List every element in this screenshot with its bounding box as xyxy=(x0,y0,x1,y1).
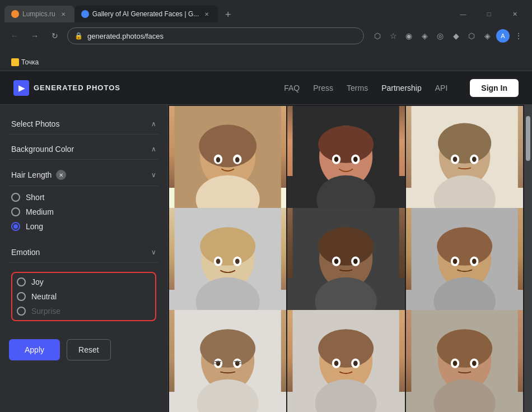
photo-cell-8[interactable] xyxy=(287,310,404,412)
hair-length-short-label: Short xyxy=(26,193,44,202)
extension-icon1[interactable]: ◉ xyxy=(402,29,416,43)
svg-point-42 xyxy=(437,227,492,266)
hair-length-medium[interactable]: Medium xyxy=(11,207,156,216)
hair-length-title-group: Hair Length ✕ xyxy=(11,170,66,180)
face-svg-3 xyxy=(406,106,523,223)
refresh-button[interactable]: ↻ xyxy=(47,28,63,44)
tab-bar: Lumpics.ru ✕ Gallery of AI Generated Fac… xyxy=(0,0,532,22)
scrollbar[interactable] xyxy=(524,105,532,412)
scrollbar-thumb[interactable] xyxy=(526,116,530,161)
bg-color-header[interactable]: Background Color ∧ xyxy=(9,139,158,160)
tab-lumpics[interactable]: Lumpics.ru ✕ xyxy=(4,6,74,22)
svg-point-37 xyxy=(334,258,339,264)
photo-cell-1[interactable] xyxy=(169,106,286,223)
minimize-button[interactable]: — xyxy=(450,6,476,22)
svg-point-5 xyxy=(216,157,221,163)
extension-icon3[interactable]: ◎ xyxy=(433,29,447,43)
photo-cell-5[interactable] xyxy=(287,208,404,325)
emotion-header[interactable]: Emotion ∨ xyxy=(9,242,158,263)
face-svg-9 xyxy=(406,310,523,412)
select-photos-header[interactable]: Select Photos ∧ xyxy=(9,114,158,135)
bookmark-label: Точка xyxy=(21,58,39,66)
profile-icon[interactable]: A xyxy=(496,29,510,43)
reset-button[interactable]: Reset xyxy=(67,339,111,360)
extension-icon2[interactable]: ◈ xyxy=(418,29,431,43)
extension-icon6[interactable]: ◈ xyxy=(480,29,494,43)
face-svg-1 xyxy=(169,106,286,223)
photo-cell-6[interactable] xyxy=(406,208,523,325)
svg-point-34 xyxy=(319,227,374,266)
emotion-surprise-label: Surprise xyxy=(31,307,60,316)
sidebar-section-emotion: Emotion ∨ Joy xyxy=(9,242,158,328)
photo-cell-9[interactable] xyxy=(406,310,523,412)
face-svg-7 xyxy=(169,310,286,412)
svg-point-74 xyxy=(472,360,477,366)
tab-generated-photos[interactable]: Gallery of AI Generated Faces | G... ✕ xyxy=(74,6,218,22)
extension-icon5[interactable]: ⬡ xyxy=(465,29,478,43)
emotion-chevron: ∨ xyxy=(151,248,156,256)
forward-button[interactable]: → xyxy=(27,28,43,44)
address-bar[interactable]: 🔒 generated.photos/faces xyxy=(67,27,364,44)
photo-cell-2[interactable] xyxy=(287,106,404,223)
svg-point-14 xyxy=(353,156,358,162)
sign-in-button[interactable]: Sign In xyxy=(470,79,519,97)
bookmark-icon[interactable]: ☆ xyxy=(386,29,400,43)
emotion-neutral-radio[interactable] xyxy=(17,292,26,301)
browser-chrome: Lumpics.ru ✕ Gallery of AI Generated Fac… xyxy=(0,0,532,53)
select-photos-chevron: ∧ xyxy=(151,120,156,128)
emotion-neutral-label: Neutral xyxy=(31,292,57,301)
emotion-highlight-box: Joy Neutral Surprise xyxy=(11,272,156,321)
logo-text: GENERATED PHOTOS xyxy=(34,84,120,92)
emotion-joy-radio[interactable] xyxy=(17,277,26,286)
nav-api[interactable]: API xyxy=(435,84,448,92)
main-content: ▶ GENERATED PHOTOS FAQ Press Terms Partn… xyxy=(0,71,532,412)
emotion-surprise-radio[interactable] xyxy=(17,307,26,316)
svg-point-22 xyxy=(472,156,477,162)
svg-point-10 xyxy=(319,126,374,163)
face-svg-2 xyxy=(287,106,404,223)
tab-favicon-lumpics xyxy=(11,10,19,18)
bookmark-bar: Точка xyxy=(0,53,532,71)
bg-color-title: Background Color xyxy=(11,145,74,154)
sidebar: Select Photos ∧ Background Color ∧ Ha xyxy=(0,105,168,412)
photo-cell-4[interactable] xyxy=(169,208,286,325)
lock-icon: 🔒 xyxy=(74,32,83,40)
svg-point-18 xyxy=(438,123,491,163)
nav-press[interactable]: Press xyxy=(313,84,333,92)
close-button[interactable]: ✕ xyxy=(502,6,528,22)
menu-icon[interactable]: ⋮ xyxy=(512,29,525,43)
emotion-surprise[interactable]: Surprise xyxy=(17,307,151,316)
hair-length-clear-badge[interactable]: ✕ xyxy=(56,170,66,180)
photo-cell-3[interactable] xyxy=(406,106,523,223)
hair-length-long-radio[interactable] xyxy=(11,222,20,231)
emotion-title: Emotion xyxy=(11,248,40,257)
hair-length-long[interactable]: Long xyxy=(11,222,156,231)
bookmark-item-tochka[interactable]: Точка xyxy=(7,56,43,68)
tab-close-gp[interactable]: ✕ xyxy=(202,10,211,18)
hair-length-short[interactable]: Short xyxy=(11,193,156,202)
emotion-neutral[interactable]: Neutral xyxy=(17,292,151,301)
photo-cell-7[interactable] xyxy=(169,310,286,412)
hair-length-header[interactable]: Hair Length ✕ ∨ xyxy=(9,164,158,186)
apply-button[interactable]: Apply xyxy=(9,339,60,360)
back-button[interactable]: ← xyxy=(7,28,22,44)
svg-point-38 xyxy=(353,258,358,264)
cast-icon[interactable]: ⬡ xyxy=(371,29,384,43)
tab-close-lumpics[interactable]: ✕ xyxy=(59,10,68,18)
svg-point-66 xyxy=(353,360,358,366)
nav-partnership[interactable]: Partnership xyxy=(381,84,422,92)
maximize-button[interactable]: □ xyxy=(476,6,502,22)
hair-length-short-radio[interactable] xyxy=(11,193,20,202)
hair-length-long-label: Long xyxy=(26,222,43,231)
svg-point-70 xyxy=(437,329,492,368)
hair-length-title: Hair Length xyxy=(11,170,52,179)
emotion-joy-label: Joy xyxy=(31,277,44,286)
nav-terms[interactable]: Terms xyxy=(347,84,368,92)
emotion-joy[interactable]: Joy xyxy=(17,277,151,286)
nav-faq[interactable]: FAQ xyxy=(284,84,300,92)
extension-icon4[interactable]: ◆ xyxy=(449,29,463,43)
hair-length-medium-radio[interactable] xyxy=(11,207,20,216)
address-bar-row: ← → ↻ 🔒 generated.photos/faces ⬡ ☆ ◉ ◈ ◎… xyxy=(0,22,532,49)
bookmark-favicon xyxy=(11,58,19,66)
new-tab-button[interactable]: + xyxy=(220,7,236,22)
